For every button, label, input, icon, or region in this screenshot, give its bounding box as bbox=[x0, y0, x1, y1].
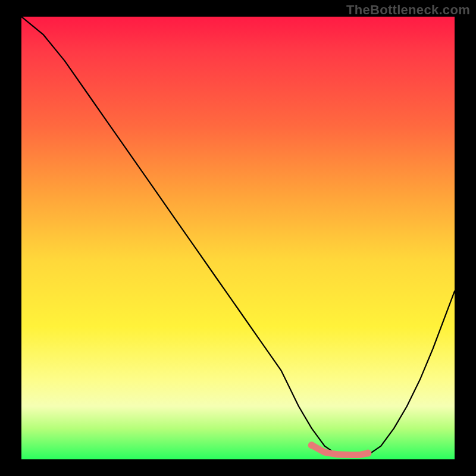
watermark-text: TheBottleneck.com bbox=[346, 2, 470, 18]
min-band-end-dot bbox=[364, 450, 371, 457]
plot-area bbox=[21, 17, 455, 459]
chart-frame: TheBottleneck.com bbox=[0, 0, 476, 476]
min-band-highlight bbox=[312, 445, 368, 455]
bottleneck-curve bbox=[21, 17, 455, 457]
min-band-start-dot bbox=[308, 441, 315, 449]
curve-layer bbox=[21, 17, 455, 459]
